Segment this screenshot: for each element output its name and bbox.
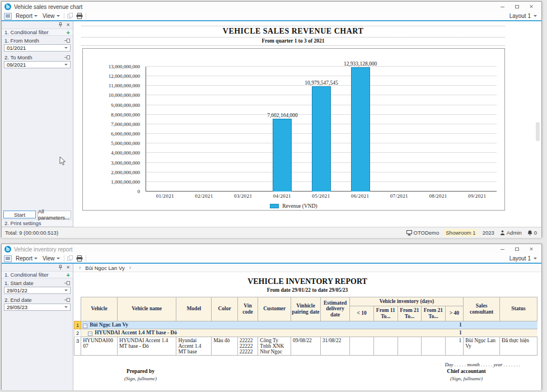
branch-indicator[interactable]: Showroom 1 [443,229,478,236]
server-indicator[interactable]: OTODemo [405,230,441,236]
col-header-gt40: > 40 [445,306,463,321]
toolbar: Report View Layout 1 [2,12,541,21]
detail-row: 3 HYUNDAI0007 HYUNDAI Accent 1.4 MT base… [74,337,537,355]
bar-chart: 13,000,000,00012,000,000,00011,000,000,0… [82,48,505,211]
pin-param-icon[interactable] [64,298,70,302]
y-tick-label: 0 [138,189,141,194]
group-label: −Bùi Ngọc Lan Vy [81,321,446,329]
chevron-down-icon [57,15,60,18]
view-menu[interactable]: View [41,255,61,262]
collapse-icon[interactable]: − [88,332,92,336]
titlebar[interactable]: b Vehicle sales revenue chart ✕ [2,2,541,12]
report-menu[interactable]: Report [15,13,39,19]
cell-lt10 [350,337,374,355]
x-tick-label: 06/2021 [340,193,380,199]
maximize-button[interactable] [509,2,524,12]
col-header-pairing-date: Vinhicle pairing date [291,297,321,321]
col-header-lt10: < 10 [350,306,374,321]
user-indicator[interactable]: Admin [499,230,523,236]
cell-model: Hyundai Accent 1.4 MT base [176,337,212,355]
close-panel-icon[interactable]: ✕ [66,265,70,270]
from-month-select[interactable]: 01/2021 [4,44,71,52]
inventory-report-area: › Bùi Ngọc Lan Vy › VEHICLE INVENTORY RE… [73,264,541,390]
pin-param-icon[interactable] [64,55,70,59]
add-filter-icon[interactable]: + [67,30,70,35]
y-tick-label: 11,000,000,000 [109,83,140,88]
chart-bars: 7,602,164,00010,979,547,54512,933,128,00… [146,67,497,192]
row-number[interactable]: 3 [74,337,81,355]
chevron-down-icon [534,15,537,18]
col-header-customer: Customer [258,297,291,321]
print-icon[interactable] [76,13,83,19]
chart-report-subtitle: From quarter 1 to 3 of 2021 [81,38,505,46]
bell-icon [527,230,532,236]
chart-plot-area: 7,602,164,00010,979,547,54512,933,128,00… [146,67,497,192]
person-icon [500,230,505,235]
chart-report-title: VEHICLE SALES REVENUE CHART [81,26,505,38]
add-filter-icon[interactable]: + [67,272,70,278]
minimize-button[interactable] [495,244,509,254]
conditional-filter-section[interactable]: 1. Conditional filter + [2,29,73,36]
y-tick-label: 8,000,000,000 [111,112,140,118]
copy-icon[interactable] [67,255,73,262]
pin-icon[interactable] [58,22,63,27]
legend-label: Revenue (VND) [282,203,317,209]
cell-21to-a [398,337,422,355]
copy-icon[interactable] [67,13,73,19]
row-number[interactable]: 1 [74,321,81,329]
pin-icon[interactable] [58,265,63,270]
minimize-button[interactable] [495,2,509,12]
start-date-select[interactable]: 29/01/22 [4,287,71,294]
print-icon[interactable] [76,255,83,262]
end-date-select[interactable]: 29/05/23 [4,304,71,311]
close-button[interactable]: ✕ [524,2,539,12]
cell-vin-code: 22222 22222 22222 [237,337,258,355]
all-parameters-button[interactable]: All parameters... [38,211,71,218]
maximize-button[interactable] [509,244,524,254]
layout-selector[interactable]: Layout 1 [509,255,539,262]
fiscal-year-indicator[interactable]: 2023 [481,230,495,236]
to-month-select[interactable]: 09/2021 [4,61,71,68]
notifications-indicator[interactable]: 0 [526,230,538,236]
collapse-icon[interactable]: − [83,324,87,328]
y-tick-label: 6,000,000,000 [111,131,140,137]
chart-legend: Revenue (VND) [83,203,504,209]
col-header-vin-code: Vin code [237,297,258,321]
row-number[interactable]: 2 [74,329,81,337]
monitor-icon [406,230,412,236]
report-menu[interactable]: Report [15,255,39,262]
col-header-sales-consultant: Sales consultant [464,297,500,321]
app-logo-icon: b [4,3,11,10]
gutter-header [74,297,81,321]
pin-param-icon[interactable] [64,281,70,285]
toolbar-separator [86,13,86,19]
pin-param-icon[interactable] [64,39,70,43]
main-menu-icon[interactable] [4,13,12,20]
view-menu[interactable]: View [41,13,61,19]
close-panel-icon[interactable]: ✕ [66,22,70,27]
statusbar: Total: 9 (00:00:00.513) OTODemo Showroom… [2,227,541,238]
cell-status: Đã thực hiện [500,337,537,355]
toolbar-separator [64,255,64,262]
close-button[interactable]: ✕ [524,244,539,254]
chevron-down-icon [64,64,68,67]
breadcrumb-item[interactable]: Bùi Ngọc Lan Vy [85,265,124,271]
main-menu-icon[interactable] [4,255,12,262]
y-tick-label: 7,000,000,000 [111,122,140,127]
conditional-filter-section[interactable]: 1. Conditional filter + [2,271,73,278]
scrollbar-thumb[interactable] [536,122,540,141]
y-tick-label: 1,000,000,000 [111,179,140,185]
cell-pairing-date: 09/08/22 [291,337,321,355]
chevron-down-icon [64,47,68,50]
param-end-date: 2. End date [2,296,73,303]
cell-vehicle: HYUNDAI0007 [81,337,118,355]
titlebar[interactable]: b Vehicle inventory report ✕ [2,244,541,254]
layout-selector[interactable]: Layout 1 [509,13,539,19]
chevron-right-icon: › [79,265,81,270]
report-subtitle: From date 29/01/22 to date 29/05/23 [73,287,541,293]
col-header-21to-b: From 21 To... [422,306,446,321]
param-start-date: 1. Start date [2,279,73,286]
cell-consultant: Bùi Ngọc Lan Vy [464,337,500,355]
start-button[interactable]: Start [3,211,36,218]
bar-05/2021: 10,979,547,545 [312,86,331,192]
